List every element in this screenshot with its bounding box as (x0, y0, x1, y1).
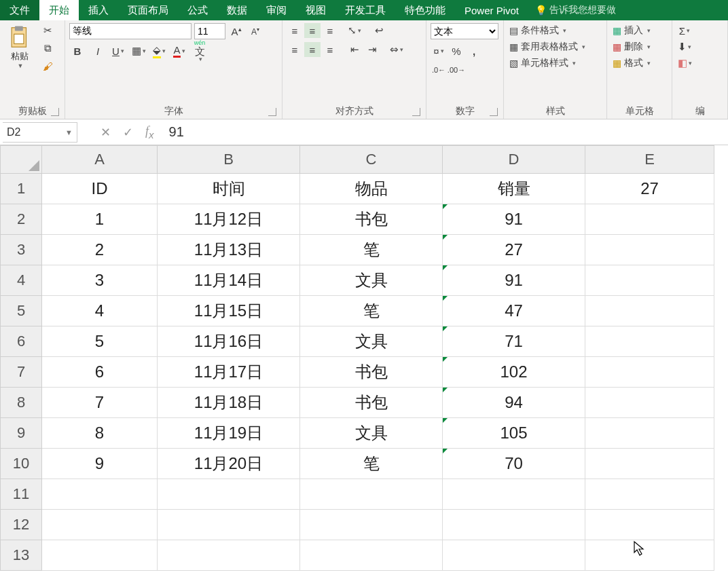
align-right-button[interactable]: ≡ (322, 42, 338, 57)
cell[interactable]: 销量 (443, 174, 585, 204)
cell[interactable]: ID (42, 174, 158, 204)
dialog-launcher-icon[interactable] (51, 108, 59, 116)
italic-button[interactable]: I (90, 43, 106, 58)
cell[interactable]: 6 (42, 357, 158, 388)
cell[interactable] (585, 204, 714, 235)
row-header[interactable]: 5 (0, 296, 42, 326)
font-color-button[interactable]: A▾ (171, 43, 187, 58)
align-middle-button[interactable]: ≡ (304, 23, 321, 38)
tab-page-layout[interactable]: 页面布局 (118, 0, 178, 20)
tab-data[interactable]: 数据 (217, 0, 257, 20)
cell[interactable]: 物品 (300, 174, 443, 204)
column-header[interactable]: A (42, 145, 158, 174)
fill-color-button[interactable]: ⬙▾ (151, 43, 167, 58)
column-header[interactable]: B (158, 145, 300, 174)
cell[interactable] (42, 510, 158, 540)
cell[interactable] (300, 540, 443, 571)
dialog-launcher-icon[interactable] (268, 108, 276, 116)
cell[interactable] (158, 479, 300, 510)
comma-button[interactable]: , (466, 43, 482, 58)
align-left-button[interactable]: ≡ (287, 42, 303, 57)
cell[interactable] (443, 540, 585, 571)
conditional-format-button[interactable]: ▤条件格式▾ (508, 23, 568, 38)
formula-input[interactable] (164, 122, 728, 143)
cell[interactable] (158, 540, 300, 571)
borders-button[interactable]: ▦▾ (130, 43, 147, 58)
row-header[interactable]: 12 (0, 510, 42, 540)
cell[interactable]: 笔 (300, 296, 443, 326)
decrease-font-button[interactable]: A▾ (247, 24, 263, 39)
row-header[interactable]: 2 (0, 204, 42, 235)
cell[interactable]: 书包 (300, 204, 443, 235)
cell[interactable]: 11月16日 (158, 326, 300, 357)
cell[interactable]: 70 (443, 449, 585, 479)
cell-styles-button[interactable]: ▧单元格样式▾ (508, 56, 577, 71)
row-header[interactable]: 6 (0, 326, 42, 357)
cell[interactable] (585, 357, 714, 388)
cell[interactable]: 时间 (158, 174, 300, 204)
cell[interactable]: 11月12日 (158, 204, 300, 235)
number-format-select[interactable]: 文本 (431, 23, 498, 39)
column-header[interactable]: D (443, 145, 585, 174)
tab-view[interactable]: 视图 (296, 0, 335, 20)
cancel-formula-button[interactable]: ✕ (101, 125, 111, 140)
font-name-select[interactable] (69, 23, 192, 39)
cell[interactable] (300, 510, 443, 540)
orientation-button[interactable]: ⤡▾ (346, 23, 363, 38)
row-header[interactable]: 13 (0, 540, 42, 571)
cell[interactable] (585, 235, 714, 265)
increase-font-button[interactable]: A▴ (228, 24, 244, 39)
cell[interactable]: 文具 (300, 326, 443, 357)
row-header[interactable]: 8 (0, 388, 42, 418)
cell[interactable]: 102 (443, 357, 585, 388)
row-header[interactable]: 9 (0, 418, 42, 449)
insert-cells-button[interactable]: ▦插入▾ (611, 23, 652, 38)
tab-review[interactable]: 审阅 (257, 0, 296, 20)
font-size-select[interactable] (194, 23, 225, 39)
cell[interactable]: 4 (42, 296, 158, 326)
increase-indent-button[interactable]: ⇥ (364, 42, 380, 57)
column-header[interactable]: C (300, 145, 443, 174)
cell[interactable]: 8 (42, 418, 158, 449)
clear-button[interactable]: ◧▾ (676, 56, 693, 71)
select-all-corner[interactable] (0, 145, 42, 174)
cell[interactable]: 文具 (300, 265, 443, 296)
cell[interactable]: 11月14日 (158, 265, 300, 296)
autosum-button[interactable]: Σ▾ (676, 23, 693, 38)
tab-insert[interactable]: 插入 (79, 0, 118, 20)
row-header[interactable]: 1 (0, 174, 42, 204)
cut-button[interactable]: ✂ (39, 23, 56, 38)
wrap-text-button[interactable]: ↩ (371, 23, 387, 38)
cell[interactable]: 2 (42, 235, 158, 265)
fill-button[interactable]: ⬇▾ (676, 39, 693, 54)
align-bottom-button[interactable]: ≡ (322, 23, 338, 38)
cell[interactable] (300, 479, 443, 510)
dialog-launcher-icon[interactable] (490, 108, 498, 116)
cell[interactable] (585, 449, 714, 479)
cell[interactable]: 9 (42, 449, 158, 479)
cell[interactable]: 书包 (300, 357, 443, 388)
cell[interactable]: 1 (42, 204, 158, 235)
tab-developer[interactable]: 开发工具 (335, 0, 395, 20)
accounting-format-button[interactable]: ¤▾ (431, 43, 447, 58)
format-painter-button[interactable]: 🖌 (39, 58, 56, 73)
underline-button[interactable]: U▾ (110, 43, 126, 58)
cell[interactable]: 书包 (300, 388, 443, 418)
delete-cells-button[interactable]: ▦删除▾ (611, 39, 652, 54)
cell[interactable] (585, 388, 714, 418)
cell[interactable]: 11月13日 (158, 235, 300, 265)
cell[interactable]: 7 (42, 388, 158, 418)
cell[interactable]: 47 (443, 296, 585, 326)
row-header[interactable]: 7 (0, 357, 42, 388)
cell[interactable]: 27 (585, 174, 714, 204)
tab-special[interactable]: 特色功能 (395, 0, 455, 20)
cell[interactable]: 笔 (300, 449, 443, 479)
copy-button[interactable]: ⧉ (39, 41, 56, 56)
cell[interactable] (443, 479, 585, 510)
cell[interactable] (585, 418, 714, 449)
tab-home[interactable]: 开始 (39, 0, 79, 20)
format-as-table-button[interactable]: ▦套用表格格式▾ (508, 39, 587, 54)
cell[interactable] (585, 510, 714, 540)
cell[interactable] (42, 540, 158, 571)
cell[interactable] (585, 326, 714, 357)
